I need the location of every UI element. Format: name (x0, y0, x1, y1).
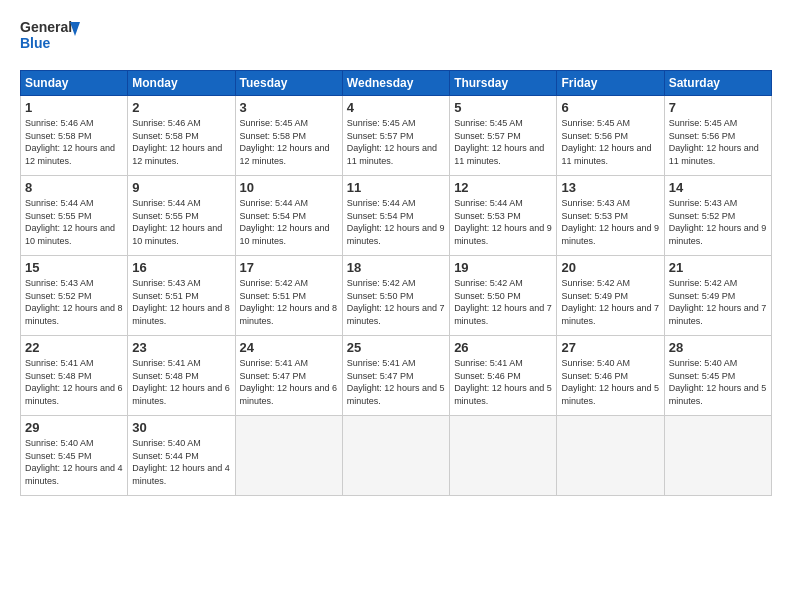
calendar-cell: 12Sunrise: 5:44 AMSunset: 5:53 PMDayligh… (450, 176, 557, 256)
day-number: 25 (347, 340, 445, 355)
day-number: 18 (347, 260, 445, 275)
day-info: Sunrise: 5:41 AMSunset: 5:46 PMDaylight:… (454, 357, 552, 407)
calendar-cell: 11Sunrise: 5:44 AMSunset: 5:54 PMDayligh… (342, 176, 449, 256)
calendar-cell: 9Sunrise: 5:44 AMSunset: 5:55 PMDaylight… (128, 176, 235, 256)
day-of-week-header: Wednesday (342, 71, 449, 96)
calendar-cell (664, 416, 771, 496)
day-number: 3 (240, 100, 338, 115)
calendar-cell: 5Sunrise: 5:45 AMSunset: 5:57 PMDaylight… (450, 96, 557, 176)
day-info: Sunrise: 5:43 AMSunset: 5:53 PMDaylight:… (561, 197, 659, 247)
day-of-week-header: Tuesday (235, 71, 342, 96)
calendar-cell: 26Sunrise: 5:41 AMSunset: 5:46 PMDayligh… (450, 336, 557, 416)
calendar-cell: 29Sunrise: 5:40 AMSunset: 5:45 PMDayligh… (21, 416, 128, 496)
day-info: Sunrise: 5:40 AMSunset: 5:46 PMDaylight:… (561, 357, 659, 407)
day-number: 28 (669, 340, 767, 355)
day-number: 13 (561, 180, 659, 195)
calendar-cell: 20Sunrise: 5:42 AMSunset: 5:49 PMDayligh… (557, 256, 664, 336)
calendar-cell: 4Sunrise: 5:45 AMSunset: 5:57 PMDaylight… (342, 96, 449, 176)
day-number: 4 (347, 100, 445, 115)
day-number: 1 (25, 100, 123, 115)
day-info: Sunrise: 5:43 AMSunset: 5:52 PMDaylight:… (669, 197, 767, 247)
day-info: Sunrise: 5:41 AMSunset: 5:47 PMDaylight:… (240, 357, 338, 407)
day-number: 16 (132, 260, 230, 275)
day-number: 2 (132, 100, 230, 115)
calendar-cell (557, 416, 664, 496)
day-number: 24 (240, 340, 338, 355)
day-info: Sunrise: 5:44 AMSunset: 5:54 PMDaylight:… (347, 197, 445, 247)
day-number: 17 (240, 260, 338, 275)
day-number: 20 (561, 260, 659, 275)
day-number: 6 (561, 100, 659, 115)
day-number: 26 (454, 340, 552, 355)
calendar-cell: 3Sunrise: 5:45 AMSunset: 5:58 PMDaylight… (235, 96, 342, 176)
day-info: Sunrise: 5:41 AMSunset: 5:47 PMDaylight:… (347, 357, 445, 407)
calendar-cell: 8Sunrise: 5:44 AMSunset: 5:55 PMDaylight… (21, 176, 128, 256)
calendar-cell: 13Sunrise: 5:43 AMSunset: 5:53 PMDayligh… (557, 176, 664, 256)
calendar-cell: 2Sunrise: 5:46 AMSunset: 5:58 PMDaylight… (128, 96, 235, 176)
calendar-cell: 28Sunrise: 5:40 AMSunset: 5:45 PMDayligh… (664, 336, 771, 416)
logo: General Blue (20, 16, 80, 58)
day-of-week-header: Thursday (450, 71, 557, 96)
day-number: 21 (669, 260, 767, 275)
day-number: 22 (25, 340, 123, 355)
day-info: Sunrise: 5:40 AMSunset: 5:44 PMDaylight:… (132, 437, 230, 487)
calendar-cell: 6Sunrise: 5:45 AMSunset: 5:56 PMDaylight… (557, 96, 664, 176)
day-info: Sunrise: 5:45 AMSunset: 5:56 PMDaylight:… (561, 117, 659, 167)
day-info: Sunrise: 5:44 AMSunset: 5:55 PMDaylight:… (132, 197, 230, 247)
calendar-cell (450, 416, 557, 496)
day-number: 9 (132, 180, 230, 195)
day-info: Sunrise: 5:42 AMSunset: 5:49 PMDaylight:… (669, 277, 767, 327)
logo-svg: General Blue (20, 16, 80, 58)
calendar-cell: 23Sunrise: 5:41 AMSunset: 5:48 PMDayligh… (128, 336, 235, 416)
day-number: 19 (454, 260, 552, 275)
calendar-cell: 1Sunrise: 5:46 AMSunset: 5:58 PMDaylight… (21, 96, 128, 176)
calendar-cell: 17Sunrise: 5:42 AMSunset: 5:51 PMDayligh… (235, 256, 342, 336)
calendar-cell: 21Sunrise: 5:42 AMSunset: 5:49 PMDayligh… (664, 256, 771, 336)
day-info: Sunrise: 5:41 AMSunset: 5:48 PMDaylight:… (25, 357, 123, 407)
calendar-cell: 10Sunrise: 5:44 AMSunset: 5:54 PMDayligh… (235, 176, 342, 256)
calendar-cell: 22Sunrise: 5:41 AMSunset: 5:48 PMDayligh… (21, 336, 128, 416)
day-info: Sunrise: 5:45 AMSunset: 5:57 PMDaylight:… (454, 117, 552, 167)
svg-text:General: General (20, 19, 72, 35)
day-of-week-header: Monday (128, 71, 235, 96)
day-info: Sunrise: 5:42 AMSunset: 5:50 PMDaylight:… (347, 277, 445, 327)
calendar-cell: 24Sunrise: 5:41 AMSunset: 5:47 PMDayligh… (235, 336, 342, 416)
day-info: Sunrise: 5:45 AMSunset: 5:57 PMDaylight:… (347, 117, 445, 167)
day-number: 11 (347, 180, 445, 195)
day-info: Sunrise: 5:43 AMSunset: 5:51 PMDaylight:… (132, 277, 230, 327)
calendar-cell: 25Sunrise: 5:41 AMSunset: 5:47 PMDayligh… (342, 336, 449, 416)
day-info: Sunrise: 5:43 AMSunset: 5:52 PMDaylight:… (25, 277, 123, 327)
calendar-cell: 27Sunrise: 5:40 AMSunset: 5:46 PMDayligh… (557, 336, 664, 416)
day-number: 12 (454, 180, 552, 195)
calendar-cell: 16Sunrise: 5:43 AMSunset: 5:51 PMDayligh… (128, 256, 235, 336)
header: General Blue (20, 16, 772, 58)
day-info: Sunrise: 5:44 AMSunset: 5:53 PMDaylight:… (454, 197, 552, 247)
day-number: 10 (240, 180, 338, 195)
day-number: 5 (454, 100, 552, 115)
day-info: Sunrise: 5:44 AMSunset: 5:55 PMDaylight:… (25, 197, 123, 247)
day-number: 14 (669, 180, 767, 195)
calendar-cell: 15Sunrise: 5:43 AMSunset: 5:52 PMDayligh… (21, 256, 128, 336)
day-of-week-header: Friday (557, 71, 664, 96)
calendar-cell: 14Sunrise: 5:43 AMSunset: 5:52 PMDayligh… (664, 176, 771, 256)
day-info: Sunrise: 5:41 AMSunset: 5:48 PMDaylight:… (132, 357, 230, 407)
day-info: Sunrise: 5:45 AMSunset: 5:58 PMDaylight:… (240, 117, 338, 167)
day-number: 8 (25, 180, 123, 195)
day-info: Sunrise: 5:45 AMSunset: 5:56 PMDaylight:… (669, 117, 767, 167)
day-number: 27 (561, 340, 659, 355)
svg-text:Blue: Blue (20, 35, 51, 51)
day-info: Sunrise: 5:42 AMSunset: 5:49 PMDaylight:… (561, 277, 659, 327)
calendar-cell: 19Sunrise: 5:42 AMSunset: 5:50 PMDayligh… (450, 256, 557, 336)
calendar-cell (235, 416, 342, 496)
day-info: Sunrise: 5:40 AMSunset: 5:45 PMDaylight:… (669, 357, 767, 407)
day-info: Sunrise: 5:42 AMSunset: 5:50 PMDaylight:… (454, 277, 552, 327)
calendar-cell (342, 416, 449, 496)
calendar-cell: 7Sunrise: 5:45 AMSunset: 5:56 PMDaylight… (664, 96, 771, 176)
calendar-cell: 18Sunrise: 5:42 AMSunset: 5:50 PMDayligh… (342, 256, 449, 336)
calendar-cell: 30Sunrise: 5:40 AMSunset: 5:44 PMDayligh… (128, 416, 235, 496)
day-info: Sunrise: 5:40 AMSunset: 5:45 PMDaylight:… (25, 437, 123, 487)
day-number: 29 (25, 420, 123, 435)
day-number: 15 (25, 260, 123, 275)
day-info: Sunrise: 5:44 AMSunset: 5:54 PMDaylight:… (240, 197, 338, 247)
day-number: 23 (132, 340, 230, 355)
